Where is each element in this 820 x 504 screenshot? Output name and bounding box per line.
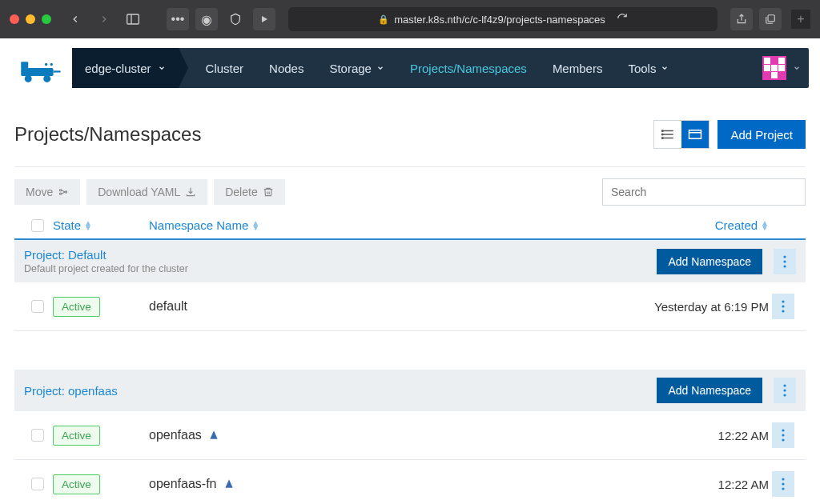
svg-rect-6	[21, 62, 28, 69]
select-all-checkbox[interactable]	[31, 219, 44, 232]
view-toggle	[653, 120, 709, 149]
chevron-down-icon	[661, 64, 669, 72]
page-header: Projects/Namespaces Add Project	[14, 120, 806, 149]
play-icon[interactable]	[253, 8, 275, 30]
svg-marker-2	[262, 16, 267, 22]
reload-icon[interactable]	[617, 13, 628, 26]
cluster-name: edge-cluster	[85, 62, 151, 75]
svg-point-35	[782, 438, 784, 441]
svg-point-21	[60, 193, 62, 194]
nav-tools[interactable]: Tools	[615, 48, 681, 88]
group-view-button[interactable]	[681, 121, 709, 148]
rancher-logo-icon	[19, 54, 64, 82]
created-time: 12:22 AM	[617, 429, 769, 442]
kebab-icon	[783, 255, 786, 268]
row-checkbox[interactable]	[31, 300, 44, 313]
shield-icon[interactable]	[224, 8, 247, 30]
svg-point-26	[783, 265, 786, 267]
namespace-row: Active openfaas 12:22 AM	[14, 411, 806, 460]
extension-icon[interactable]: ◉	[195, 8, 218, 30]
project-title[interactable]: Project: Default	[24, 248, 657, 262]
logo-area[interactable]	[11, 48, 72, 88]
namespace-name[interactable]: openfaas	[149, 428, 617, 442]
nav-projects-namespaces[interactable]: Projects/Namespaces	[397, 48, 540, 88]
row-menu-button[interactable]	[772, 422, 794, 448]
chevron-down-icon	[158, 64, 166, 72]
more-icon[interactable]: •••	[167, 8, 189, 30]
row-checkbox[interactable]	[31, 478, 44, 490]
delete-button[interactable]: Delete	[214, 179, 284, 205]
namespace-name[interactable]: openfaas-fn	[149, 477, 617, 491]
main-content: Projects/Namespaces Add Project Move Dow…	[0, 88, 820, 504]
user-menu[interactable]	[754, 48, 809, 88]
nav-storage[interactable]: Storage	[316, 48, 397, 88]
window-controls	[10, 14, 51, 24]
state-badge: Active	[53, 426, 100, 446]
svg-point-22	[66, 191, 67, 193]
maximize-window-button[interactable]	[42, 14, 51, 24]
add-project-button[interactable]: Add Project	[718, 120, 806, 149]
helm-icon	[223, 478, 235, 490]
svg-point-17	[662, 138, 664, 139]
project-title[interactable]: Project: openfaas	[24, 384, 657, 398]
sidebar-toggle-icon[interactable]	[122, 8, 144, 30]
minimize-window-button[interactable]	[26, 14, 35, 24]
row-menu-button[interactable]	[772, 294, 794, 319]
close-window-button[interactable]	[10, 14, 19, 24]
tabs-icon[interactable]	[759, 8, 782, 30]
svg-rect-18	[689, 130, 701, 139]
project-header: Project: openfaas Add Namespace	[14, 370, 806, 411]
chevron-down-icon	[793, 64, 801, 72]
svg-point-10	[43, 75, 50, 82]
svg-point-7	[45, 63, 47, 66]
svg-point-24	[783, 255, 786, 258]
download-icon	[185, 186, 196, 198]
row-checkbox[interactable]	[31, 429, 44, 442]
svg-point-31	[783, 389, 786, 391]
browser-chrome: ••• ◉ 🔒 master.k8s.nth/c/c-lf4z9/project…	[0, 0, 820, 38]
project-description: Default project created for the cluster	[24, 263, 657, 274]
svg-point-33	[782, 429, 784, 431]
action-toolbar: Move Download YAML Delete	[14, 166, 806, 206]
share-icon[interactable]	[730, 8, 753, 30]
top-nav: edge-cluster Cluster Nodes Storage Proje…	[11, 48, 809, 88]
svg-point-25	[783, 260, 786, 262]
svg-point-8	[50, 63, 53, 66]
project-section-openfaas: Project: openfaas Add Namespace Active o…	[14, 370, 806, 504]
state-badge: Active	[53, 474, 100, 494]
row-menu-button[interactable]	[772, 471, 794, 497]
nav-back-button[interactable]	[64, 8, 86, 30]
svg-point-30	[783, 384, 786, 386]
svg-point-15	[662, 130, 664, 132]
move-button[interactable]: Move	[14, 179, 80, 205]
nav-nodes[interactable]: Nodes	[256, 48, 316, 88]
list-view-button[interactable]	[654, 121, 681, 148]
svg-rect-5	[21, 68, 53, 76]
add-namespace-button[interactable]: Add Namespace	[657, 378, 762, 403]
move-icon	[58, 186, 69, 198]
address-bar[interactable]: 🔒 master.k8s.nth/c/c-lf4z9/projects-name…	[288, 7, 718, 31]
project-menu-button[interactable]	[774, 378, 796, 403]
nav-cluster[interactable]: Cluster	[193, 48, 257, 88]
svg-point-32	[783, 394, 786, 396]
namespace-row: Active openfaas-fn 12:22 AM	[14, 460, 806, 504]
search-input[interactable]	[602, 178, 806, 206]
column-headers: State ▲▼ Namespace Name ▲▼ Created ▲▼	[14, 212, 806, 240]
new-tab-button[interactable]: +	[791, 10, 810, 29]
kebab-icon	[783, 384, 786, 397]
column-created[interactable]: Created ▲▼	[617, 218, 769, 232]
nav-forward-button[interactable]	[93, 8, 115, 30]
cluster-selector[interactable]: edge-cluster	[72, 48, 179, 88]
svg-point-28	[782, 305, 784, 307]
nav-members[interactable]: Members	[540, 48, 616, 88]
add-namespace-button[interactable]: Add Namespace	[657, 249, 762, 274]
download-yaml-button[interactable]: Download YAML	[86, 179, 207, 205]
lock-icon: 🔒	[378, 14, 389, 25]
column-state[interactable]: State ▲▼	[53, 218, 149, 232]
column-name[interactable]: Namespace Name ▲▼	[149, 218, 617, 232]
sort-icon: ▲▼	[84, 221, 92, 230]
project-menu-button[interactable]	[774, 249, 796, 274]
helm-icon	[208, 430, 219, 441]
namespace-name[interactable]: default	[149, 299, 617, 314]
header-actions: Add Project	[653, 120, 806, 149]
